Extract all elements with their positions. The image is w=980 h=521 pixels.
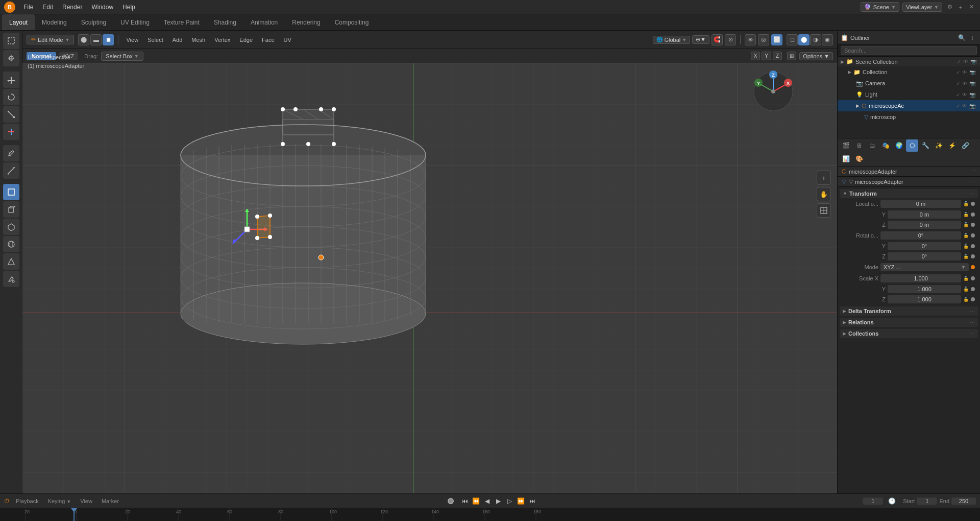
- prev-keyframe-btn[interactable]: ⏪: [471, 496, 481, 506]
- prop-tab-modifier[interactable]: 🔧: [919, 139, 932, 152]
- annotate-tool-btn[interactable]: [3, 145, 19, 161]
- prop-tab-object[interactable]: ⬡: [906, 139, 918, 152]
- scale-x-value[interactable]: 1.000: [880, 274, 961, 282]
- jump-end-btn[interactable]: ⏭: [527, 496, 537, 506]
- tab-shading[interactable]: Shading: [207, 14, 243, 30]
- rotation-dot-x[interactable]: [971, 233, 975, 238]
- proportional-btn[interactable]: ⊙: [725, 34, 736, 45]
- camera-item[interactable]: 📷 Camera ✓ 👁 📷: [838, 78, 980, 89]
- transform-orientation[interactable]: 🌐 Global ▼: [653, 36, 690, 44]
- prop-tab-constraints[interactable]: 🔗: [959, 139, 971, 152]
- rotation-lock-z[interactable]: 🔓: [963, 254, 969, 259]
- scene-add-icon[interactable]: +: [956, 3, 965, 12]
- tab-uv-editing[interactable]: UV Editing: [113, 14, 157, 30]
- eye-vis[interactable]: 👁: [963, 59, 969, 64]
- xray-btn[interactable]: ⬜: [771, 34, 782, 45]
- menu-render[interactable]: Render: [58, 3, 86, 12]
- jump-start-btn[interactable]: ⏮: [460, 496, 470, 506]
- start-frame-input[interactable]: 1: [917, 498, 937, 505]
- scale-y-value[interactable]: 1.000: [888, 285, 961, 293]
- prop-tab-data[interactable]: 📊: [840, 153, 852, 165]
- play-btn[interactable]: ▶: [494, 496, 504, 506]
- timeline-view-menu[interactable]: View: [77, 498, 95, 505]
- edge-mode-btn[interactable]: ▬: [90, 34, 102, 45]
- cam-vis[interactable]: 📷: [970, 59, 977, 64]
- rotation-dot-z[interactable]: [971, 254, 975, 258]
- tab-rendering[interactable]: Rendering: [285, 14, 327, 30]
- location-dot-y[interactable]: [971, 212, 975, 217]
- cursor-tool-btn[interactable]: [3, 50, 19, 66]
- zoom-out-btn[interactable]: ✋: [817, 187, 831, 201]
- light-check-vis[interactable]: ✓: [955, 92, 961, 98]
- prop-tab-material[interactable]: 🎨: [853, 153, 865, 165]
- paint-tool-btn[interactable]: [3, 271, 19, 287]
- scale-dot-x[interactable]: [971, 276, 975, 280]
- prop-tab-output[interactable]: 🖥: [853, 139, 865, 152]
- scene-menu-icon[interactable]: ⚙: [945, 3, 954, 12]
- tab-texture-paint[interactable]: Texture Paint: [157, 14, 207, 30]
- rotation-z-value[interactable]: 0°: [888, 252, 961, 260]
- scale-dot-z[interactable]: [971, 297, 975, 301]
- show-overlays-btn[interactable]: ◎: [758, 34, 769, 45]
- add-menu[interactable]: Add: [169, 36, 186, 44]
- prop-tab-world[interactable]: 🌍: [893, 139, 905, 152]
- next-keyframe-btn[interactable]: ⏩: [516, 496, 526, 506]
- transform-tool-btn[interactable]: [3, 124, 19, 140]
- location-dot-z[interactable]: [971, 223, 975, 227]
- menu-edit[interactable]: Edit: [38, 3, 57, 12]
- col-check-vis[interactable]: ✓: [955, 69, 961, 75]
- prop-tab-render[interactable]: 🎬: [840, 139, 852, 152]
- axis-x-btn[interactable]: X: [751, 52, 761, 60]
- rotation-lock-x[interactable]: 🔓: [963, 233, 969, 238]
- mode-value[interactable]: XYZ ... ▼: [880, 263, 969, 271]
- solid-shading[interactable]: ⬤: [798, 34, 810, 45]
- rotation-lock-y[interactable]: 🔓: [963, 244, 969, 249]
- vertex-menu[interactable]: Vertex: [211, 36, 234, 44]
- micro-cam-vis[interactable]: 📷: [969, 103, 976, 109]
- outliner-search-input[interactable]: [841, 46, 977, 55]
- rotate-tool-btn[interactable]: [3, 89, 19, 105]
- mode-selector[interactable]: ✏ Edit Mode ▼: [27, 35, 74, 44]
- orientations-btn[interactable]: ⊞: [787, 52, 796, 60]
- ortho-perspective-btn[interactable]: [817, 203, 831, 218]
- transform-header[interactable]: ▼ Transform ⋯: [840, 189, 978, 198]
- prop-tab-physics[interactable]: ⚡: [946, 139, 958, 152]
- nav-gizmo[interactable]: Z X Y: [750, 68, 796, 114]
- vertex-mode-btn[interactable]: ⬤: [78, 34, 89, 45]
- outliner-sync-icon[interactable]: ↕: [968, 33, 977, 42]
- timeline-track[interactable]: -20 0 20 40 60 80 100 120 140 160 180: [0, 508, 980, 521]
- move-tool-btn[interactable]: [3, 72, 19, 88]
- scale-dot-y[interactable]: [971, 287, 975, 291]
- prop-mesh-menu[interactable]: ⋯: [970, 178, 976, 185]
- scale-lock-y[interactable]: 🔓: [963, 287, 969, 292]
- light-cam-vis[interactable]: 📷: [969, 92, 976, 98]
- select-box-btn[interactable]: Select Box ▼: [101, 52, 143, 61]
- viewport-canvas[interactable]: Z X Y + ✋: [22, 63, 837, 493]
- location-lock-y[interactable]: 🔓: [963, 212, 969, 217]
- location-x-value[interactable]: 0 m: [880, 200, 961, 208]
- rotation-y-value[interactable]: 0°: [888, 242, 961, 250]
- outliner-filter-icon[interactable]: 🔍: [957, 33, 966, 42]
- menu-help[interactable]: Help: [118, 3, 139, 12]
- snap-btn[interactable]: 🧲: [712, 34, 723, 45]
- next-frame-btn[interactable]: ▷: [505, 496, 515, 506]
- edge-menu[interactable]: Edge: [236, 36, 256, 44]
- viewport[interactable]: ✏ Edit Mode ▼ ⬤ ▬ ◼ View Select Add Mesh…: [22, 31, 837, 493]
- sphere-tool-btn[interactable]: [3, 236, 19, 252]
- location-z-value[interactable]: 0 m: [888, 221, 961, 229]
- location-lock-x[interactable]: 🔓: [963, 201, 969, 206]
- cam-cam2-vis[interactable]: 📷: [969, 81, 976, 86]
- prop-tab-view-layer[interactable]: 🗂: [866, 139, 878, 152]
- location-dot-x[interactable]: [971, 202, 975, 206]
- scale-lock-x[interactable]: 🔓: [963, 276, 969, 281]
- collection-item[interactable]: ▶ 📁 Collection ✓ 👁 📷: [838, 66, 980, 78]
- relations-header[interactable]: ▶ Relations ⋯: [840, 318, 978, 327]
- show-gizmos-btn[interactable]: 👁: [745, 34, 756, 45]
- scale-tool-btn[interactable]: [3, 106, 19, 123]
- keyframe-dot[interactable]: [448, 498, 454, 504]
- tab-modeling[interactable]: Modeling: [35, 14, 74, 30]
- microscope-mesh-item[interactable]: ▽ microscop: [838, 111, 980, 123]
- select-tool-btn[interactable]: [3, 33, 19, 49]
- scale-lock-z[interactable]: 🔓: [963, 297, 969, 302]
- menu-window[interactable]: Window: [87, 3, 117, 12]
